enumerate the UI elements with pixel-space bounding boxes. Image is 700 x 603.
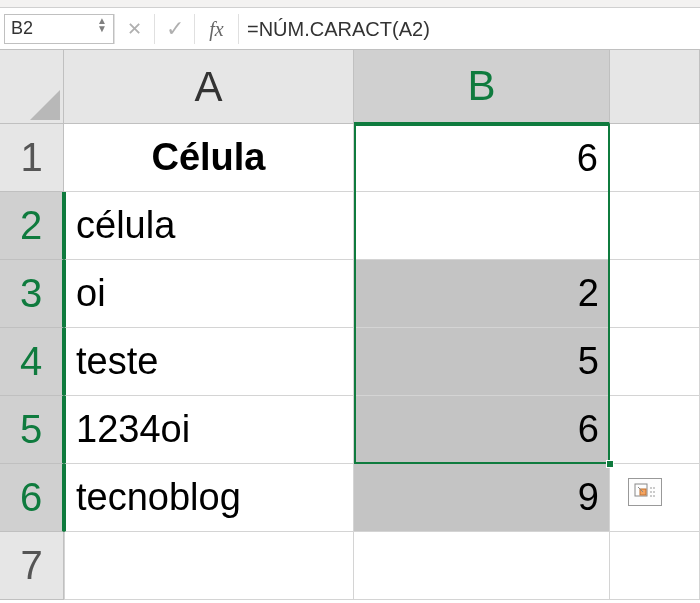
svg-point-8 (653, 495, 655, 497)
cell-c2[interactable] (610, 192, 700, 260)
cell-a3[interactable]: oi (64, 260, 354, 328)
cancel-icon[interactable]: ✕ (114, 14, 154, 44)
row-header-6[interactable]: 6 (0, 464, 64, 532)
cell-c5[interactable] (610, 396, 700, 464)
cell-c7[interactable] (610, 532, 700, 600)
row-header-4[interactable]: 4 (0, 328, 64, 396)
cell-a1[interactable]: Célula (64, 124, 354, 192)
spreadsheet-grid[interactable]: A B 1 Célula Número 2 célula 3 oi 2 4 te… (0, 50, 700, 600)
cell-a4[interactable]: teste (64, 328, 354, 396)
cell-c4[interactable] (610, 328, 700, 396)
cell-a6[interactable]: tecnoblog (64, 464, 354, 532)
cell-b1[interactable]: Número (354, 124, 610, 192)
cell-a7[interactable] (64, 532, 354, 600)
ribbon-edge (0, 0, 700, 8)
cell-a2[interactable]: célula (64, 192, 354, 260)
formula-input[interactable]: =NÚM.CARACT(A2) (238, 14, 696, 44)
cell-a5[interactable]: 1234oi (64, 396, 354, 464)
col-header-a[interactable]: A (64, 50, 354, 124)
name-box-value: B2 (11, 18, 93, 39)
autofill-options-button[interactable] (628, 478, 662, 506)
row-header-3[interactable]: 3 (0, 260, 64, 328)
svg-point-7 (650, 495, 652, 497)
row-header-7[interactable]: 7 (0, 532, 64, 600)
cell-c1[interactable] (610, 124, 700, 192)
confirm-icon[interactable]: ✓ (154, 14, 194, 44)
row-header-1[interactable]: 1 (0, 124, 64, 192)
col-header-c[interactable] (610, 50, 700, 124)
cell-b6[interactable]: 9 (354, 464, 610, 532)
svg-point-3 (650, 487, 652, 489)
row-header-5[interactable]: 5 (0, 396, 64, 464)
cell-b5[interactable]: 6 (354, 396, 610, 464)
svg-point-5 (650, 491, 652, 493)
cell-b4[interactable]: 5 (354, 328, 610, 396)
svg-point-6 (653, 491, 655, 493)
name-box[interactable]: B2 ▲▼ (4, 14, 114, 44)
formula-bar: B2 ▲▼ ✕ ✓ fx =NÚM.CARACT(A2) (0, 8, 700, 50)
fx-label[interactable]: fx (194, 14, 238, 44)
cell-b3[interactable]: 2 (354, 260, 610, 328)
cell-c3[interactable] (610, 260, 700, 328)
cell-b2[interactable] (354, 192, 610, 260)
name-box-stepper[interactable]: ▲▼ (97, 21, 107, 37)
row-header-2[interactable]: 2 (0, 192, 64, 260)
fill-handle[interactable] (606, 460, 614, 468)
select-all-corner[interactable] (0, 50, 64, 124)
svg-point-4 (653, 487, 655, 489)
col-header-b[interactable]: B (354, 50, 610, 124)
cell-b7[interactable] (354, 532, 610, 600)
